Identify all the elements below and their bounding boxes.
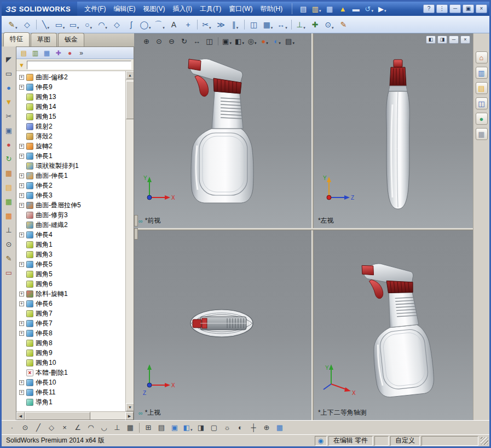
tree-expand-toggle[interactable]: + (19, 390, 24, 395)
zoom-in-out-icon[interactable]: ⊖ (166, 36, 177, 46)
scroll-thumb[interactable] (126, 81, 134, 119)
tree-vertical-scrollbar[interactable]: ▲ ▼ (125, 71, 134, 411)
smart-dimension-icon[interactable]: ◇ (20, 18, 34, 31)
tree-expand-toggle[interactable]: + (19, 203, 24, 208)
viewport-splitter-vertical[interactable] (311, 33, 314, 420)
snap-arc-icon[interactable]: ◠ (85, 422, 97, 433)
tree-item-fillet-3[interactable]: 圓角3 (16, 249, 125, 259)
apply-scene-icon[interactable]: ◐▾ (272, 36, 283, 46)
dropdown-arrow-icon[interactable]: ▾ (255, 41, 257, 46)
configurationmanager-icon[interactable]: ▦ (42, 48, 52, 58)
tree-item-extrude-6[interactable]: +伸長6 (16, 299, 125, 309)
dropdown-arrow-icon[interactable]: ▾ (90, 26, 92, 31)
dropdown-arrow-icon[interactable]: ▾ (236, 26, 239, 31)
tree-item-cut-revolve-1[interactable]: +除料-旋轉1 (16, 289, 125, 299)
tree-item-fillet-15[interactable]: 圓角15 (16, 112, 125, 121)
tree-item-extrude-10[interactable]: +伸長10 (16, 377, 125, 387)
tree-item-circular-pattern-1[interactable]: 環狀複製排列1 (16, 161, 125, 171)
rapid-sketch-icon[interactable]: ✎ (337, 18, 350, 31)
scroll-up-button[interactable]: ▲ (126, 71, 134, 79)
dropdown-arrow-icon[interactable]: ▾ (242, 41, 244, 46)
appearances-scenes-icon[interactable]: ● (476, 113, 488, 125)
undo-icon[interactable]: ↺▾ (362, 3, 376, 14)
tab-features[interactable]: 特征 (3, 32, 30, 46)
save-icon[interactable]: ▦ (323, 3, 336, 14)
rebuild-icon[interactable]: ↻ (3, 153, 14, 164)
restore-button[interactable]: ▣ (463, 4, 474, 13)
tree-expand-toggle[interactable]: + (19, 144, 24, 149)
section-display-icon[interactable]: ◧▾ (182, 422, 194, 433)
grid-toggle-icon[interactable]: ▦ (274, 422, 286, 433)
tree-item-extrude-3[interactable]: +伸長3 (16, 190, 125, 200)
sketch-icon[interactable]: ✎▾ (6, 18, 20, 31)
resize-grip-icon[interactable] (481, 437, 488, 445)
view-palette-icon[interactable]: ◫ (476, 97, 488, 109)
move-entities-icon[interactable]: ↔▾ (275, 18, 289, 31)
tree-expand-toggle[interactable]: + (19, 183, 24, 188)
dropdown-arrow-icon[interactable]: ▾ (266, 41, 268, 46)
text-icon[interactable]: A (167, 18, 181, 31)
select-icon[interactable]: ◤ (3, 54, 14, 65)
tree-item-surface-knit-2[interactable]: 曲面-縫織2 (16, 220, 125, 230)
tree-item-delete-body-1[interactable]: ×本體-刪除1 (16, 368, 125, 377)
appearance-icon[interactable]: ● (3, 139, 14, 150)
shadow-icon[interactable]: ◐ (234, 422, 246, 433)
tree-item-fillet-8[interactable]: 圓角8 (16, 338, 125, 348)
tabs-overflow-icon[interactable]: » (76, 48, 86, 58)
pencil-icon[interactable]: ✎ (3, 253, 14, 264)
tree-item-fillet-6[interactable]: 圓角6 (16, 279, 125, 289)
ellipse-icon[interactable]: ◯▾ (138, 18, 152, 31)
tree-expand-toggle[interactable]: + (19, 321, 24, 326)
scissors-icon[interactable]: ✂ (3, 110, 14, 121)
repair-sketch-icon[interactable]: ✚ (308, 18, 322, 31)
view-cube-icon[interactable]: ▣ (169, 422, 181, 433)
view-orientation-icon[interactable]: ● (3, 82, 14, 93)
tree-item-surface-offset-2[interactable]: +曲面-偏移2 (16, 72, 125, 82)
view-settings-icon[interactable]: ▤▾ (284, 36, 296, 46)
minimize-button[interactable]: ─ (449, 4, 461, 13)
corner-rectangle-icon[interactable]: ▭▾ (53, 18, 67, 31)
scroll-right-button[interactable]: ▶ (125, 412, 134, 420)
tree-expand-toggle[interactable]: + (19, 173, 24, 178)
dropdown-arrow-icon[interactable]: ▾ (47, 26, 49, 31)
viewport-isometric[interactable]: Y X *上下二等角轴测 (314, 230, 473, 420)
zoom-to-area-icon[interactable]: ⊙ (153, 36, 165, 46)
line-icon[interactable]: ╲▾ (39, 18, 53, 31)
dropdown-arrow-icon[interactable]: ▾ (209, 26, 211, 31)
tile-vertically-icon[interactable]: ◨ (437, 36, 447, 44)
featuremanager-tree-icon[interactable]: ▤ (19, 48, 29, 58)
tree-item-extrude-5[interactable]: +伸長5 (16, 259, 125, 269)
snap-intersection-icon[interactable]: × (59, 422, 71, 433)
dropdown-arrow-icon[interactable]: ▾ (15, 26, 18, 31)
status-custom[interactable]: 自定义 (390, 436, 420, 446)
scroll-thumb-horizontal[interactable] (25, 412, 90, 420)
tree-expand-toggle[interactable]: + (19, 331, 24, 336)
dropdown-arrow-icon[interactable]: ▾ (229, 41, 232, 46)
copy-icon[interactable]: ▣ (3, 125, 14, 136)
tree-item-extrude-9[interactable]: +伸長9 (16, 82, 125, 92)
snap-line-icon[interactable]: ╱ (32, 422, 44, 433)
tree-item-surface-trim-3[interactable]: 曲面-修剪3 (16, 210, 125, 220)
tree-item-fillet-10[interactable]: 圓角10 (16, 358, 125, 368)
dropdown-arrow-icon[interactable]: ▾ (271, 26, 273, 31)
snap-perpendicular-icon[interactable]: ⊥ (111, 422, 123, 433)
layers-icon[interactable]: ▦ (3, 196, 14, 207)
snap-angle-icon[interactable]: ∠ (72, 422, 84, 433)
display-relations-icon[interactable]: ⊥▾ (294, 18, 308, 31)
dropdown-arrow-icon[interactable]: ▾ (285, 26, 287, 31)
circle-icon[interactable]: ○▾ (82, 18, 95, 31)
arc-icon[interactable]: ◠▾ (96, 18, 109, 31)
dropdown-arrow-icon[interactable]: ▾ (190, 428, 193, 433)
dropdown-arrow-icon[interactable]: ▾ (332, 26, 334, 31)
tree-item-shell-2[interactable]: 薄殼2 (16, 131, 125, 141)
menu-insert[interactable]: 插入(I) (169, 3, 196, 15)
tree-item-chamfer-1[interactable]: 導角1 (16, 397, 125, 407)
minimize-pane-icon[interactable]: ─ (449, 36, 459, 44)
tree-horizontal-scrollbar[interactable]: ◀ ▶ (16, 411, 134, 420)
alert-icon[interactable]: ▲ (336, 3, 349, 14)
linear-pattern-icon[interactable]: ▦▾ (261, 18, 275, 31)
tree-item-surface-loft-5[interactable]: +曲面-疊層拉伸5 (16, 200, 125, 210)
dropdown-arrow-icon[interactable]: ▾ (384, 9, 386, 14)
dropdown-arrow-icon[interactable]: ▾ (279, 41, 281, 46)
selection-filter-icon[interactable]: ▼ (3, 96, 14, 107)
